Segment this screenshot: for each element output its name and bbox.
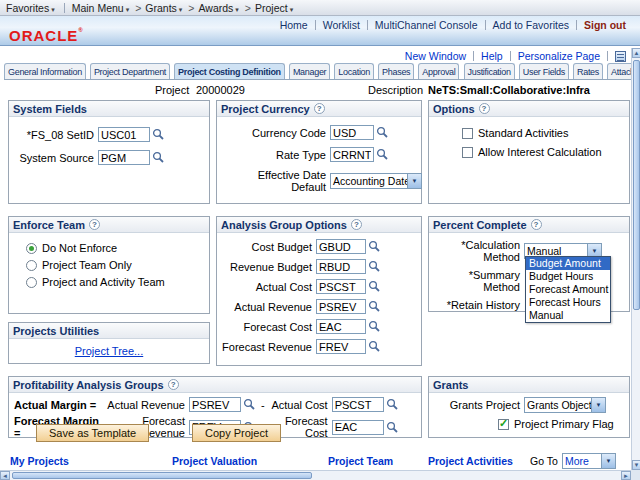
forecast-cost-input[interactable] [332,420,384,435]
home-link[interactable]: Home [280,19,308,31]
my-projects-link[interactable]: My Projects [10,455,69,467]
lookup-icon[interactable] [368,280,381,293]
actual-revenue-input[interactable] [189,397,241,412]
lookup-icon[interactable] [243,398,256,411]
allow-interest-calculation-checkbox[interactable] [462,147,473,158]
vertical-scrollbar[interactable]: ▲ ▼ [631,48,640,470]
horizontal-scrollbar-thumb[interactable] [12,472,312,479]
grants-project-select[interactable]: Grants Object ▼ [524,397,606,413]
worklist-link[interactable]: Worklist [323,19,360,31]
lookup-icon[interactable] [376,148,389,161]
breadcrumb-awards[interactable]: Awards▾ [198,2,238,14]
breadcrumb-grants[interactable]: Grants▾ [145,2,182,14]
tab-project-department[interactable]: Project Department [90,63,170,79]
dropdown-option[interactable]: Budget Hours [526,270,610,283]
actual-revenue-input[interactable] [316,299,366,314]
breadcrumb-main-menu[interactable]: Main Menu▾ [72,2,129,14]
tab-justification[interactable]: Justification [464,63,515,79]
tab-user-fields[interactable]: User Fields [519,63,569,79]
scroll-right-icon[interactable]: ► [621,471,631,480]
cost-budget-input[interactable] [316,239,366,254]
chevron-down-icon: ▾ [290,6,294,13]
enforce-team-header: Enforce Team? [9,217,209,233]
new-window-link[interactable]: New Window [405,50,466,62]
description-value: NeTS:Small:Collaborative:Infra [428,84,590,96]
scroll-down-icon[interactable]: ▼ [632,460,640,470]
help-link[interactable]: Help [481,50,503,62]
project-team-link[interactable]: Project Team [328,455,393,467]
tab-phases[interactable]: Phases [378,63,414,79]
tab-project-costing-definition[interactable]: Project Costing Definition [174,63,285,79]
tab-manager[interactable]: Manager [289,63,330,79]
project-primary-flag-label: Project Primary Flag [514,418,614,430]
goto-select[interactable]: More ▼ [562,453,616,469]
lookup-icon[interactable] [368,240,381,253]
standard-activities-checkbox[interactable] [462,128,473,139]
lookup-icon[interactable] [386,398,399,411]
tab-general-information[interactable]: General Information [4,63,86,79]
dropdown-option[interactable]: Manual [526,309,610,322]
project-and-activity-team-radio[interactable] [26,277,37,288]
lookup-icon[interactable] [152,151,165,164]
revenue-budget-input[interactable] [316,259,366,274]
project-team-only-radio[interactable] [26,260,37,271]
project-primary-flag-checkbox[interactable] [498,419,509,430]
lookup-icon[interactable] [152,128,165,141]
horizontal-scrollbar[interactable]: ◄ ► [0,470,631,480]
standard-activities-label: Standard Activities [478,127,569,139]
project-tree-link[interactable]: Project Tree... [75,345,143,357]
dropdown-option[interactable]: Forecast Hours [526,296,610,309]
multichannel-console-link[interactable]: MultiChannel Console [375,19,478,31]
do-not-enforce-radio[interactable] [26,243,37,254]
help-icon[interactable]: ? [89,219,100,230]
effective-date-default-select[interactable]: Accounting Date ▼ [330,173,422,189]
lookup-icon[interactable] [376,126,389,139]
forecast-revenue-input[interactable] [316,339,366,354]
help-icon[interactable]: ? [531,219,542,230]
forecast-cost-input[interactable] [316,319,366,334]
forecast-cost-label: Forecast Cost [220,321,316,333]
scroll-up-icon[interactable]: ▲ [632,48,640,58]
sign-out-link[interactable]: Sign out [584,19,626,31]
help-icon[interactable]: ? [351,219,362,230]
personalize-page-link[interactable]: Personalize Page [518,50,600,62]
analysis-group-options-header: Analysis Group Options? [217,217,421,233]
lookup-icon[interactable] [368,260,381,273]
copy-url-icon[interactable] [615,51,626,62]
tab-attachments[interactable]: Attachments [607,63,631,79]
help-icon[interactable]: ? [314,103,325,114]
breadcrumb-separator: > [188,2,194,14]
project-currency-header: Project Currency? [217,101,421,117]
actual-cost-input[interactable] [316,279,366,294]
dropdown-option[interactable]: Budget Amount [526,257,610,270]
currency-code-input[interactable] [330,125,374,140]
grants-groupbox: Grants Grants Project Grants Object ▼ Pr… [428,376,630,438]
system-source-input[interactable] [98,150,150,165]
breadcrumb-separator: > [245,2,251,14]
registered-mark: ® [78,27,83,33]
favorites-menu[interactable]: Favorites▾ [6,2,55,14]
help-icon[interactable]: ? [168,379,179,390]
allow-interest-calculation-label: Allow Interest Calculation [478,146,602,158]
scroll-left-icon[interactable]: ◄ [0,471,10,480]
setid-input[interactable] [98,127,150,142]
project-activities-link[interactable]: Project Activities [428,455,513,467]
breadcrumb-project[interactable]: Project▾ [255,2,293,14]
lookup-icon[interactable] [368,300,381,313]
lookup-icon[interactable] [386,421,399,434]
rate-type-input[interactable] [330,147,374,162]
save-as-template-button[interactable]: Save as Template [36,424,149,442]
vertical-scrollbar-thumb[interactable] [633,60,640,310]
tab-location[interactable]: Location [334,63,374,79]
enforce-team-groupbox: Enforce Team? Do Not Enforce Project Tea… [8,216,210,314]
dropdown-option[interactable]: Forecast Amount [526,283,610,296]
help-icon[interactable]: ? [479,103,490,114]
lookup-icon[interactable] [368,320,381,333]
tab-approval[interactable]: Approval [418,63,459,79]
copy-project-button[interactable]: Copy Project [192,424,281,442]
actual-cost-input[interactable] [332,397,384,412]
project-valuation-link[interactable]: Project Valuation [172,455,257,467]
tab-rates[interactable]: Rates [573,63,603,79]
lookup-icon[interactable] [368,340,381,353]
add-to-favorites-link[interactable]: Add to Favorites [493,19,569,31]
